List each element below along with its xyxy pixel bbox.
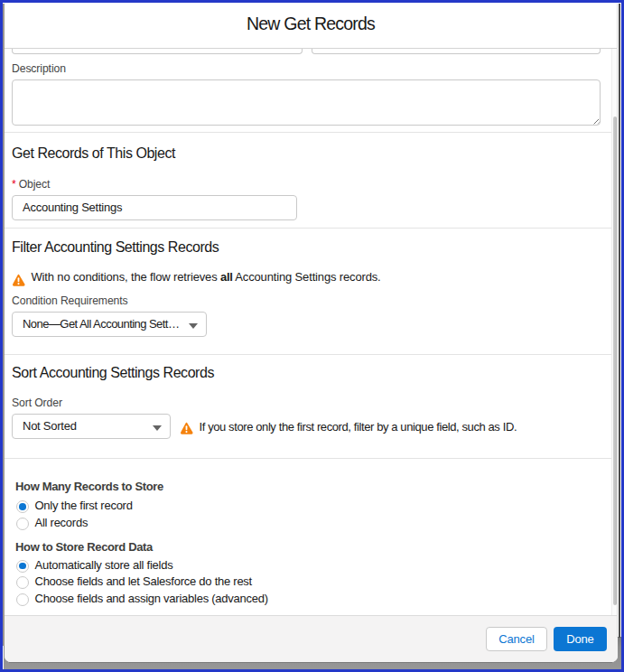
sort-section-heading: Sort Accounting Settings Records: [12, 363, 214, 383]
radio-unselected-icon[interactable]: [16, 576, 29, 589]
object-section-heading: Get Records of This Object: [12, 144, 175, 163]
radio-option-label: Choose fields and assign variables (adva…: [35, 592, 268, 606]
object-label-text: Object: [19, 178, 51, 191]
label-input-partial[interactable]: [12, 49, 303, 54]
window-bottom-edge: [9, 662, 612, 663]
filter-warning-bold: all: [220, 270, 233, 284]
radio-selected-icon[interactable]: [16, 560, 29, 573]
section-divider: [5, 354, 611, 355]
radio-option-label: Only the first record: [35, 499, 133, 513]
api-name-input-partial[interactable]: [312, 49, 601, 54]
required-asterisk: *: [12, 178, 16, 191]
how-many-records-label: How Many Records to Store: [15, 480, 163, 493]
window-edge-right-dark: [619, 4, 621, 638]
sort-warning-text: If you store only the first record, filt…: [200, 420, 517, 434]
how-to-store-label: How to Store Record Data: [15, 540, 153, 554]
warning-icon: [180, 422, 193, 434]
section-divider: [5, 132, 611, 133]
sort-order-value: Not Sorted: [23, 415, 77, 438]
section-divider: [5, 228, 611, 229]
dropdown-caret-icon: [189, 323, 198, 329]
sort-order-label: Sort Order: [12, 397, 62, 410]
condition-requirements-value: None—Get All Accounting Sett…: [23, 313, 179, 336]
filter-warning-text: With no conditions, the flow retrieves a…: [32, 270, 381, 285]
radio-option-label: Choose fields and let Salesforce do the …: [35, 574, 252, 589]
filter-warning-suffix: Accounting Settings records.: [233, 270, 381, 284]
section-divider: [5, 458, 611, 459]
sort-order-dropdown[interactable]: Not Sorted: [12, 414, 171, 439]
radio-unselected-icon[interactable]: [16, 518, 29, 530]
warning-icon: [12, 274, 25, 286]
get-records-modal: New Get Records Description Get Records …: [0, 0, 624, 672]
radio-option-label: Automatically store all fields: [35, 558, 173, 573]
cancel-button[interactable]: Cancel: [486, 627, 547, 651]
radio-unselected-icon[interactable]: [16, 593, 29, 606]
resize-handle-icon[interactable]: [593, 117, 601, 125]
done-button[interactable]: Done: [554, 627, 607, 651]
radio-option-label: All records: [35, 516, 88, 530]
object-label: *Object: [12, 178, 50, 191]
condition-requirements-label: Condition Requirements: [12, 294, 128, 308]
radio-selected-icon[interactable]: [16, 500, 29, 513]
dropdown-caret-icon: [153, 425, 162, 431]
modal-title: New Get Records: [5, 4, 618, 49]
description-textarea[interactable]: [12, 79, 601, 126]
filter-warning-prefix: With no conditions, the flow retrieves: [32, 270, 220, 284]
filter-section-heading: Filter Accounting Settings Records: [12, 238, 219, 257]
object-input-value: Accounting Settings: [23, 196, 122, 219]
condition-requirements-dropdown[interactable]: None—Get All Accounting Sett…: [12, 312, 207, 337]
description-label: Description: [12, 62, 66, 76]
object-input[interactable]: Accounting Settings: [12, 195, 297, 220]
window-edge-left: [3, 4, 5, 646]
